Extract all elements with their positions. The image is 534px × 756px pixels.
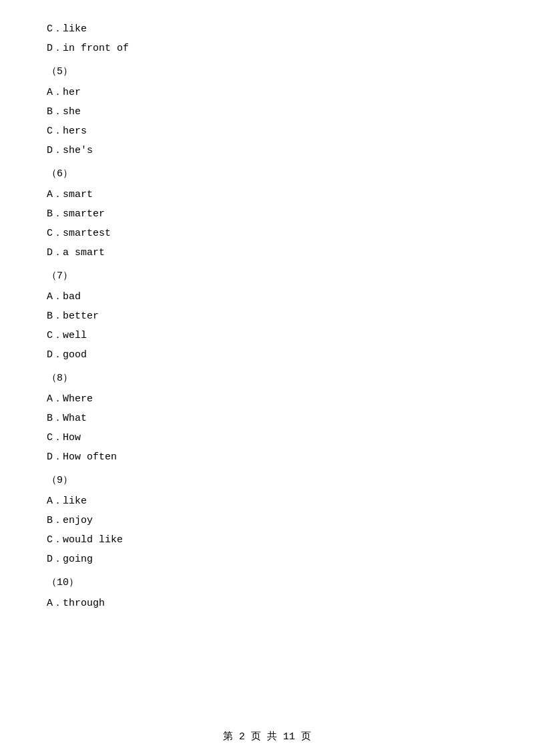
question-7-num: （7） bbox=[47, 267, 487, 285]
option-9b: B．enjoy bbox=[47, 512, 487, 530]
option-8c: C．How bbox=[47, 429, 487, 447]
option-5c: C．hers bbox=[47, 122, 487, 140]
option-6a: A．smart bbox=[47, 186, 487, 204]
option-7c: C．well bbox=[47, 327, 487, 345]
option-8b: B．What bbox=[47, 409, 487, 427]
main-content: C．like D．in front of （5） A．her B．she C．h… bbox=[0, 0, 534, 654]
question-8-num: （8） bbox=[47, 369, 487, 387]
option-d-in-front-of: D．in front of bbox=[47, 39, 487, 57]
option-9c: C．would like bbox=[47, 531, 487, 549]
option-7d: D．good bbox=[47, 346, 487, 364]
option-5d: D．she's bbox=[47, 142, 487, 160]
page-footer: 第 2 页 共 11 页 bbox=[0, 730, 534, 743]
option-7a: A．bad bbox=[47, 288, 487, 306]
option-5b: B．she bbox=[47, 103, 487, 121]
question-6-num: （6） bbox=[47, 165, 487, 183]
option-7b: B．better bbox=[47, 307, 487, 325]
option-6d: D．a smart bbox=[47, 244, 487, 262]
option-10a: A．through bbox=[47, 594, 487, 612]
option-9d: D．going bbox=[47, 550, 487, 568]
option-8a: A．Where bbox=[47, 390, 487, 408]
option-5a: A．her bbox=[47, 83, 487, 102]
option-9a: A．like bbox=[47, 492, 487, 510]
question-10-num: （10） bbox=[47, 574, 487, 592]
option-c-like: C．like bbox=[47, 20, 487, 38]
question-9-num: （9） bbox=[47, 471, 487, 490]
option-8d: D．How often bbox=[47, 448, 487, 466]
option-6b: B．smarter bbox=[47, 205, 487, 223]
option-6c: C．smartest bbox=[47, 224, 487, 242]
question-5-num: （5） bbox=[47, 63, 487, 81]
